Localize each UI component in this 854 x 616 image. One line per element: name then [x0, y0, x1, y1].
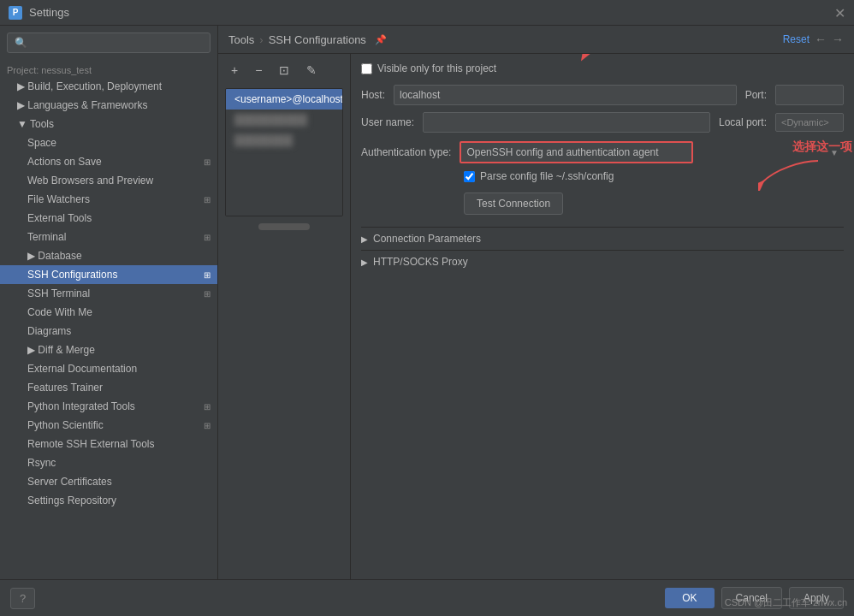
watermark: CSDN @田二工作车 znwx.cn — [725, 596, 847, 609]
username-label: User name: — [361, 116, 414, 128]
auth-type-select[interactable]: OpenSSH config and authentication agent … — [460, 141, 693, 163]
http-socks-label: HTTP/SOCKS Proxy — [373, 256, 468, 268]
port-label: Port: — [745, 89, 767, 101]
port-input[interactable] — [775, 85, 844, 105]
host-label: Host: — [361, 89, 385, 101]
sidebar-item-space[interactable]: Space — [0, 133, 217, 152]
project-label: Project: nessus_test — [0, 60, 217, 77]
sidebar-item-external-tools[interactable]: External Tools — [0, 209, 217, 228]
username-input[interactable] — [423, 112, 710, 133]
test-connection-wrapper: Test Connection — [464, 192, 844, 215]
dialog-body: Project: nessus_test ▶ Build, Execution,… — [0, 26, 854, 579]
content-columns: + − ⊡ ✎ <username>@localhost ██████████ — [218, 54, 854, 579]
visible-only-label: Visible only for this project — [377, 62, 496, 74]
sidebar-item-features-trainer[interactable]: Features Trainer — [0, 378, 217, 397]
breadcrumb: Tools › SSH Configurations 📌 — [228, 33, 387, 46]
breadcrumb-separator: › — [259, 33, 263, 46]
reset-button[interactable]: Reset — [783, 33, 810, 45]
local-port-value: <Dynamic> — [775, 113, 844, 132]
sidebar-item-remote-ssh[interactable]: Remote SSH External Tools — [0, 435, 217, 453]
nav-prev-button[interactable]: ← — [815, 33, 827, 46]
host-input[interactable] — [394, 85, 737, 105]
sidebar-item-diagrams[interactable]: Diagrams — [0, 322, 217, 341]
title-bar: P Settings ✕ — [0, 0, 854, 26]
ok-button[interactable]: OK — [665, 588, 714, 608]
pin-icon[interactable]: 📌 — [375, 34, 387, 45]
sidebar: Project: nessus_test ▶ Build, Execution,… — [0, 26, 218, 579]
nav-next-button[interactable]: → — [832, 33, 844, 46]
sidebar-item-terminal[interactable]: Terminal ⊞ — [0, 228, 217, 246]
add-button[interactable]: + — [225, 61, 244, 80]
edit-button[interactable]: ✎ — [300, 61, 323, 80]
close-button[interactable]: ✕ — [834, 4, 845, 21]
sidebar-item-web-browsers[interactable]: Web Browsers and Preview — [0, 171, 217, 190]
app-icon: P — [9, 6, 22, 20]
scrollbar-thumb[interactable] — [258, 223, 310, 230]
select-dropdown-icon: ▼ — [830, 148, 839, 157]
sidebar-item-ssh-configurations[interactable]: SSH Configurations ⊞ — [0, 265, 217, 284]
parse-config-label: Parse config file ~/.ssh/config — [480, 170, 614, 182]
sidebar-item-python-integrated-tools[interactable]: Python Integrated Tools ⊞ — [0, 397, 217, 416]
sidebar-item-python-scientific[interactable]: Python Scientific ⊞ — [0, 416, 217, 435]
sidebar-item-server-certificates[interactable]: Server Certificates — [0, 472, 217, 491]
breadcrumb-ssh: SSH Configurations — [269, 33, 366, 46]
list-item-localhost[interactable]: <username>@localhost — [226, 89, 342, 110]
sidebar-item-actions-on-save[interactable]: Actions on Save ⊞ — [0, 152, 217, 171]
connection-params-section[interactable]: ▶ Connection Parameters — [361, 227, 844, 250]
search-input[interactable] — [7, 33, 211, 53]
sidebar-item-build[interactable]: ▶ Build, Execution, Deployment — [0, 77, 217, 96]
right-col: Visible only for this project 看上一张图 — [351, 54, 854, 579]
annotation-arrow1 — [570, 54, 673, 62]
copy-button[interactable]: ⊡ — [273, 61, 295, 80]
help-button[interactable]: ? — [10, 588, 35, 609]
auth-type-select-wrapper: OpenSSH config and authentication agent … — [460, 141, 844, 163]
list-item-blurred-2[interactable]: ████████ — [226, 130, 342, 151]
header-actions: Reset ← → — [783, 33, 844, 46]
auth-type-label: Authentication type: — [361, 146, 451, 158]
breadcrumb-tools: Tools — [228, 33, 254, 46]
connection-params-label: Connection Parameters — [373, 233, 481, 245]
sidebar-item-ssh-terminal[interactable]: SSH Terminal ⊞ — [0, 284, 217, 303]
main-panel: Tools › SSH Configurations 📌 Reset ← → + — [218, 26, 854, 579]
http-socks-section[interactable]: ▶ HTTP/SOCKS Proxy — [361, 250, 844, 273]
http-socks-arrow: ▶ — [361, 258, 368, 267]
connection-params-arrow: ▶ — [361, 234, 368, 244]
sidebar-item-code-with-me[interactable]: Code With Me — [0, 303, 217, 322]
sidebar-item-rsync[interactable]: Rsync — [0, 453, 217, 472]
parse-config-row: Parse config file ~/.ssh/config — [464, 170, 844, 182]
auth-type-row: Authentication type: OpenSSH config and … — [361, 141, 844, 163]
host-port-row: Host: Port: — [361, 85, 844, 105]
sidebar-item-database[interactable]: ▶ Database — [0, 246, 217, 265]
visible-only-checkbox[interactable] — [361, 63, 372, 74]
ssh-list: <username>@localhost ██████████ ████████ — [225, 88, 343, 216]
panel-header: Tools › SSH Configurations 📌 Reset ← → — [218, 26, 854, 54]
title-bar-title: Settings — [29, 6, 69, 19]
sidebar-item-external-documentation[interactable]: External Documentation — [0, 359, 217, 378]
sidebar-item-file-watchers[interactable]: File Watchers ⊞ — [0, 190, 217, 209]
left-col: + − ⊡ ✎ <username>@localhost ██████████ — [218, 54, 351, 579]
visible-only-row: Visible only for this project 看上一张图 — [361, 62, 844, 74]
sidebar-item-languages[interactable]: ▶ Languages & Frameworks — [0, 96, 217, 115]
settings-dialog: Project: nessus_test ▶ Build, Execution,… — [0, 26, 854, 616]
list-item-blurred-1[interactable]: ██████████ — [226, 110, 342, 130]
username-localport-row: User name: Local port: <Dynamic> — [361, 112, 844, 133]
toolbar-row: + − ⊡ ✎ — [225, 61, 343, 80]
local-port-label: Local port: — [719, 116, 767, 128]
remove-button[interactable]: − — [249, 61, 268, 80]
parse-config-checkbox[interactable] — [464, 171, 475, 182]
sidebar-item-tools[interactable]: ▼ Tools — [0, 115, 217, 133]
test-connection-button[interactable]: Test Connection — [464, 192, 563, 215]
sidebar-item-settings-repository[interactable]: Settings Repository — [0, 491, 217, 510]
sidebar-item-diff-merge[interactable]: ▶ Diff & Merge — [0, 341, 217, 359]
